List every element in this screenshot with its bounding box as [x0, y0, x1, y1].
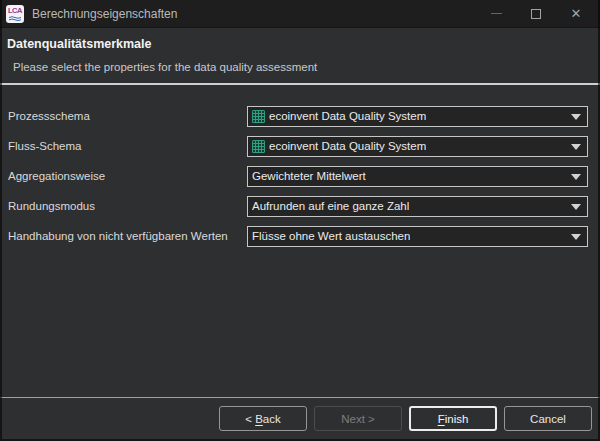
form-row: Prozessschema ecoinvent Data Quality Sys…: [8, 101, 588, 131]
chevron-down-icon[interactable]: [571, 174, 581, 180]
chevron-down-icon[interactable]: [571, 204, 581, 210]
form-row: Handhabung von nicht verfügbaren Werten …: [8, 221, 588, 251]
titlebar: LCA Berechnungseigenschaften ✕: [0, 0, 600, 28]
maximize-icon: [531, 9, 541, 19]
process-schema-combo[interactable]: ecoinvent Data Quality System: [247, 106, 588, 127]
chevron-down-icon[interactable]: [571, 144, 581, 150]
close-button[interactable]: ✕: [556, 0, 596, 28]
back-button[interactable]: < Back: [219, 406, 307, 431]
field-label: Handhabung von nicht verfügbaren Werten: [8, 230, 247, 242]
data-quality-matrix-icon: [252, 140, 265, 153]
minimize-icon: [491, 13, 502, 14]
chevron-down-icon[interactable]: [571, 234, 581, 240]
close-icon: ✕: [571, 6, 582, 21]
finish-button[interactable]: Finish: [409, 406, 497, 431]
window-controls: ✕: [476, 0, 596, 27]
rounding-mode-combo[interactable]: Aufrunden auf eine ganze Zahl: [247, 196, 588, 217]
field-label: Aggregationsweise: [8, 170, 247, 182]
wizard-header: Datenqualitätsmerkmale Please select the…: [0, 28, 600, 85]
form-row: Fluss-Schema ecoinvent Data Quality Syst…: [8, 131, 588, 161]
wizard-window: LCA Berechnungseigenschaften ✕ Datenqual…: [0, 0, 600, 441]
page-description: Please select the properties for the dat…: [13, 60, 590, 74]
combo-value: Gewichteter Mittelwert: [252, 170, 366, 182]
field-label: Rundungsmodus: [8, 200, 247, 212]
openlca-logo-icon: LCA: [6, 5, 24, 23]
window-title: Berechnungseigenschaften: [32, 7, 476, 21]
flow-schema-combo[interactable]: ecoinvent Data Quality System: [247, 136, 588, 157]
cancel-button[interactable]: Cancel: [504, 406, 592, 431]
combo-value: ecoinvent Data Quality System: [269, 110, 426, 122]
next-button[interactable]: Next >: [314, 406, 402, 431]
form-row: Rundungsmodus Aufrunden auf eine ganze Z…: [8, 191, 588, 221]
field-label: Prozessschema: [8, 110, 247, 122]
combo-value: ecoinvent Data Quality System: [269, 140, 426, 152]
form-row: Aggregationsweise Gewichteter Mittelwert: [8, 161, 588, 191]
minimize-button[interactable]: [476, 0, 516, 28]
openlca-logo-wave: [9, 16, 21, 21]
button-bar: < Back Next > Finish Cancel: [0, 397, 600, 441]
aggregation-type-combo[interactable]: Gewichteter Mittelwert: [247, 166, 588, 187]
chevron-down-icon[interactable]: [571, 114, 581, 120]
openlca-logo-text: LCA: [8, 7, 22, 15]
field-label: Fluss-Schema: [8, 140, 247, 152]
combo-value: Aufrunden auf eine ganze Zahl: [252, 200, 409, 212]
maximize-button[interactable]: [516, 0, 556, 28]
form-body: Prozessschema ecoinvent Data Quality Sys…: [0, 87, 600, 397]
combo-value: Flüsse ohne Wert austauschen: [252, 230, 410, 242]
na-value-handling-combo[interactable]: Flüsse ohne Wert austauschen: [247, 226, 588, 247]
data-quality-matrix-icon: [252, 110, 265, 123]
page-title: Datenqualitätsmerkmale: [7, 35, 590, 54]
